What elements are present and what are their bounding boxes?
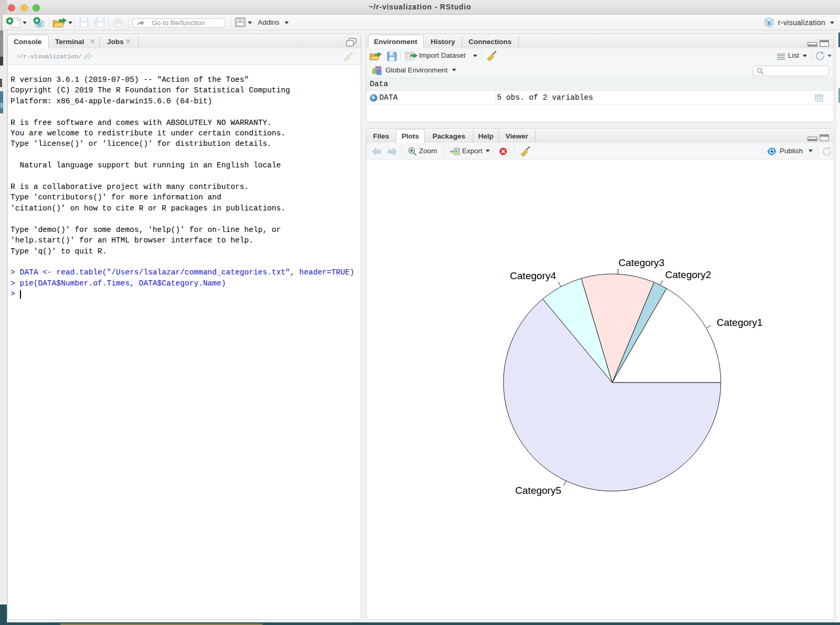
svg-text:R: R [767, 20, 772, 26]
svg-text:Category3: Category3 [618, 257, 665, 268]
svg-text:Category1: Category1 [717, 317, 763, 328]
svg-text:Category2: Category2 [665, 269, 711, 280]
svg-text:Category4: Category4 [510, 270, 556, 281]
svg-text:Category5: Category5 [515, 485, 561, 496]
